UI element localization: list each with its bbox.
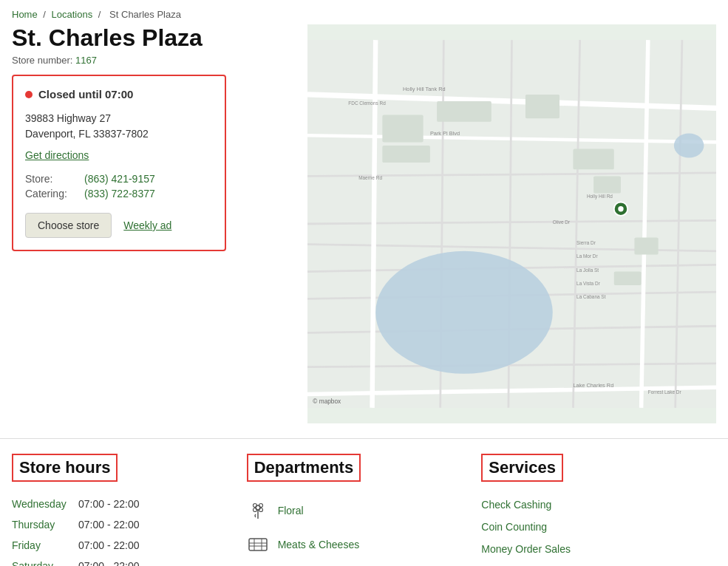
svg-text:Holly Hill Tank Rd: Holly Hill Tank Rd xyxy=(403,86,446,92)
svg-rect-26 xyxy=(614,272,642,285)
departments-list: Floral Meats & Cheeses xyxy=(247,494,467,566)
svg-rect-22 xyxy=(382,146,430,163)
svg-rect-21 xyxy=(525,95,559,118)
get-directions-link[interactable]: Get directions xyxy=(25,149,213,161)
svg-text:Olive Dr: Olive Dr xyxy=(553,219,571,225)
meats-icon xyxy=(247,533,269,556)
store-number-line: Store number: 1167 xyxy=(12,55,293,66)
svg-text:FDC Clemons Rd: FDC Clemons Rd xyxy=(348,100,386,106)
svg-text:Sierra Dr: Sierra Dr xyxy=(576,240,596,245)
svg-rect-25 xyxy=(634,237,658,254)
services-section: Services Check Cashing Coin Counting Mon… xyxy=(481,454,716,566)
card-actions: Choose store Weekly ad xyxy=(25,213,213,238)
store-info-card: Closed until 07:00 39883 Highway 27 Dave… xyxy=(12,75,226,251)
breadcrumb: Home / Locations / St Charles Plaza xyxy=(0,0,728,24)
svg-rect-24 xyxy=(593,176,621,193)
svg-text:© mapbox: © mapbox xyxy=(313,398,341,405)
svg-text:Lake Charles Rd: Lake Charles Rd xyxy=(573,382,613,389)
dept-item-meats[interactable]: Meats & Cheeses xyxy=(247,528,467,562)
hours-row: Wednesday 07:00 - 22:00 xyxy=(12,494,232,514)
store-status: Closed until 07:00 xyxy=(25,88,213,100)
svg-rect-20 xyxy=(437,101,491,122)
service-item-coin-counting[interactable]: Coin Counting xyxy=(481,516,701,538)
left-panel: St. Charles Plaza Store number: 1167 Clo… xyxy=(12,24,293,423)
svg-text:La Mor Dr: La Mor Dr xyxy=(576,253,598,259)
svg-point-17 xyxy=(375,251,553,374)
svg-text:Park Pl Blvd: Park Pl Blvd xyxy=(430,130,460,137)
phone-row-store: Store: (863) 421-9157 xyxy=(25,171,213,186)
svg-point-18 xyxy=(674,133,704,157)
svg-text:La Cabana St: La Cabana St xyxy=(576,294,606,299)
weekly-ad-link[interactable]: Weekly ad xyxy=(123,219,171,231)
phone-table: Store: (863) 421-9157 Catering: (833) 72… xyxy=(25,171,213,201)
service-item-money-transfers[interactable]: Money Transfers xyxy=(481,560,701,566)
service-item-check-cashing[interactable]: Check Cashing xyxy=(481,494,701,516)
departments-heading: Departments xyxy=(247,454,361,482)
map-container[interactable]: Holly Hill Tank Rd FDC Clemons Rd Park P… xyxy=(307,24,716,423)
floral-icon xyxy=(247,499,269,522)
service-item-money-order[interactable]: Money Order Sales xyxy=(481,538,701,560)
svg-rect-49 xyxy=(249,539,267,550)
svg-text:Holly Hill Rd: Holly Hill Rd xyxy=(587,194,613,200)
store-title: St. Charles Plaza xyxy=(12,24,293,52)
svg-point-41 xyxy=(618,206,623,211)
phone-row-catering: Catering: (833) 722-8377 xyxy=(25,186,213,201)
svg-rect-23 xyxy=(573,149,613,170)
breadcrumb-home[interactable]: Home xyxy=(12,9,38,20)
breadcrumb-current: St Charles Plaza xyxy=(109,9,181,20)
svg-text:Maerne Rd: Maerne Rd xyxy=(358,175,382,180)
main-content: St. Charles Plaza Store number: 1167 Clo… xyxy=(0,24,728,423)
hours-row: Saturday 07:00 - 22:00 xyxy=(12,556,232,566)
svg-line-11 xyxy=(372,40,376,408)
dept-item-floral[interactable]: Floral xyxy=(247,494,467,528)
store-number-link[interactable]: 1167 xyxy=(75,55,97,66)
choose-store-button[interactable]: Choose store xyxy=(25,213,112,238)
svg-rect-19 xyxy=(382,115,423,143)
store-hours-section: Store hours Wednesday 07:00 - 22:00 Thur… xyxy=(12,454,247,566)
store-address: 39883 Highway 27 Davenport, FL 33837-780… xyxy=(25,111,213,142)
services-list: Check Cashing Coin Counting Money Order … xyxy=(481,494,701,566)
status-dot xyxy=(25,91,33,98)
svg-text:Forrest Lake Dr: Forrest Lake Dr xyxy=(648,389,682,395)
svg-text:La Jolla St: La Jolla St xyxy=(576,267,599,273)
hours-row: Thursday 07:00 - 22:00 xyxy=(12,514,232,535)
store-hours-heading: Store hours xyxy=(12,454,118,482)
services-heading: Services xyxy=(481,454,563,482)
map-panel: Holly Hill Tank Rd FDC Clemons Rd Park P… xyxy=(307,24,716,423)
bottom-section: Store hours Wednesday 07:00 - 22:00 Thur… xyxy=(0,438,728,566)
hours-row: Friday 07:00 - 22:00 xyxy=(12,535,232,556)
dept-item-produce[interactable]: Produce xyxy=(247,562,467,566)
hours-table: Wednesday 07:00 - 22:00 Thursday 07:00 -… xyxy=(12,494,232,566)
departments-section: Departments Floral xyxy=(247,454,482,566)
svg-text:La Vista Dr: La Vista Dr xyxy=(576,281,601,286)
breadcrumb-locations[interactable]: Locations xyxy=(52,9,93,20)
